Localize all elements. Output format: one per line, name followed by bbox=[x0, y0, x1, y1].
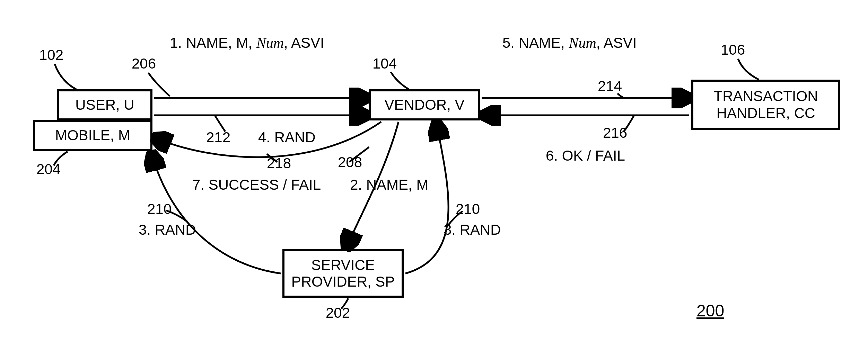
msg5-suffix: , ASVI bbox=[596, 35, 637, 51]
ref-214: 214 bbox=[598, 78, 622, 94]
msg3-right-label: 3. RAND bbox=[444, 222, 501, 238]
msg6-label: 6. OK / FAIL bbox=[546, 147, 625, 164]
ref-204: 204 bbox=[36, 161, 61, 178]
ref-202: 202 bbox=[326, 305, 350, 321]
msg1-prefix: 1. NAME, M, bbox=[170, 35, 256, 51]
ref-210-right: 210 bbox=[456, 201, 480, 217]
mobile-box-label: MOBILE, M bbox=[55, 127, 130, 144]
ref-102: 102 bbox=[39, 47, 63, 63]
msg1-label: 1. NAME, M, Num, ASVI bbox=[170, 35, 324, 51]
msg5-num: Num bbox=[569, 35, 596, 51]
user-box-label: USER, U bbox=[75, 97, 134, 113]
ref-200: 200 bbox=[696, 301, 724, 320]
ref-216: 216 bbox=[603, 125, 627, 141]
transaction-handler-box: TRANSACTION HANDLER, CC bbox=[691, 80, 840, 130]
ref-210-left: 210 bbox=[147, 201, 172, 217]
ref-218: 218 bbox=[267, 155, 291, 172]
ref-104: 104 bbox=[372, 55, 397, 72]
user-box: USER, U bbox=[57, 89, 152, 120]
msg5-label: 5. NAME, Num, ASVI bbox=[502, 35, 637, 51]
transaction-handler-box-label: TRANSACTION HANDLER, CC bbox=[713, 88, 818, 122]
msg1-num: Num bbox=[256, 35, 284, 51]
service-provider-box: SERVICE PROVIDER, SP bbox=[282, 249, 404, 298]
msg2-label: 2. NAME, M bbox=[350, 177, 428, 193]
ref-206: 206 bbox=[132, 55, 156, 72]
vendor-box: VENDOR, V bbox=[369, 89, 480, 120]
msg3-left-label: 3. RAND bbox=[139, 222, 196, 238]
ref-106: 106 bbox=[721, 42, 745, 58]
msg1-suffix: , ASVI bbox=[284, 35, 324, 51]
ref-212: 212 bbox=[206, 129, 230, 146]
service-provider-box-label: SERVICE PROVIDER, SP bbox=[291, 257, 395, 290]
ref-208: 208 bbox=[338, 154, 362, 171]
msg4-label: 4. RAND bbox=[258, 129, 316, 146]
mobile-box: MOBILE, M bbox=[33, 120, 152, 151]
diagram-stage: USER, U MOBILE, M VENDOR, V TRANSACTION … bbox=[0, 0, 868, 342]
msg7-label: 7. SUCCESS / FAIL bbox=[192, 177, 321, 193]
vendor-box-label: VENDOR, V bbox=[384, 97, 464, 113]
msg5-prefix: 5. NAME, bbox=[502, 35, 569, 51]
